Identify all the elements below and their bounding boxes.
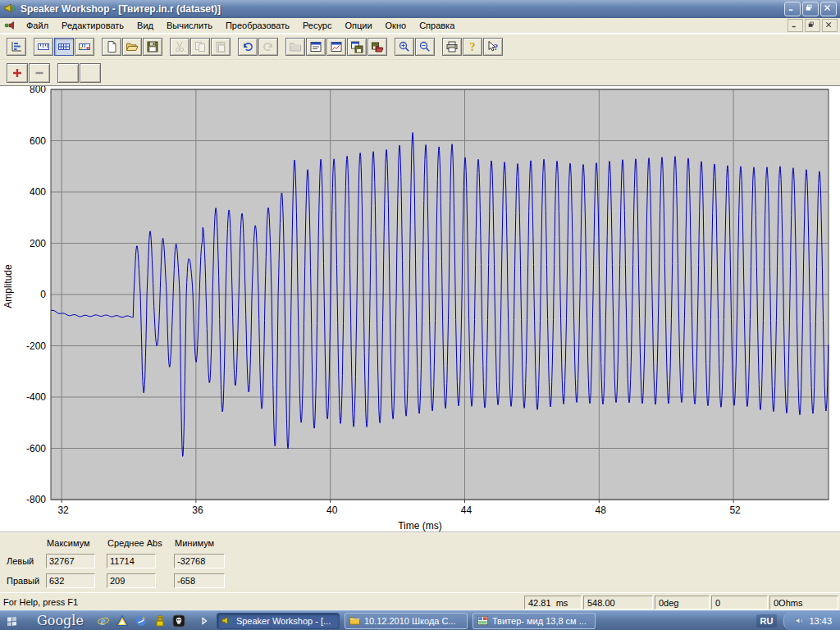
open-folder-icon xyxy=(126,40,139,53)
menu-item-8[interactable]: Окно xyxy=(379,19,413,32)
stats-value: 32767 xyxy=(46,554,95,568)
window-chart-button[interactable] xyxy=(326,38,346,56)
restore-button[interactable] xyxy=(802,2,819,16)
save-window-button[interactable] xyxy=(347,38,367,56)
child-minimize-button[interactable] xyxy=(788,19,803,32)
chevron-right-icon[interactable] xyxy=(198,614,212,628)
zoom-out-button[interactable] xyxy=(415,38,435,56)
taskbar: Google e Speaker Workshop - [...10.12.20… xyxy=(0,610,840,630)
toolbar-group xyxy=(285,38,388,56)
status-message: For Help, press F1 xyxy=(0,597,524,607)
volume-icon[interactable] xyxy=(794,615,805,626)
child-close-button[interactable] xyxy=(822,19,838,32)
context-help-button[interactable]: ? xyxy=(483,38,503,56)
save-button[interactable] xyxy=(143,38,162,56)
clock[interactable]: 13:43 xyxy=(809,616,832,626)
child-restore-button[interactable] xyxy=(805,19,820,32)
save-folder-button[interactable] xyxy=(368,38,387,56)
x-axis-label: Time (ms) xyxy=(398,520,442,532)
secondary-toolbar xyxy=(0,59,840,85)
zoom-in-button[interactable] xyxy=(395,38,414,56)
ruler-grid-button[interactable] xyxy=(54,38,74,56)
y-axis-label: Amplitude xyxy=(2,264,14,308)
undo-icon xyxy=(241,40,254,53)
remove-icon xyxy=(33,66,46,80)
blank-button[interactable] xyxy=(57,63,79,83)
menu-item-3[interactable]: Вид xyxy=(130,19,160,32)
zoom-in-icon xyxy=(398,40,411,53)
task-label: Speaker Workshop - [... xyxy=(236,616,331,626)
folder-icon xyxy=(349,614,361,627)
y-tick-label: 600 xyxy=(30,135,46,147)
menu-item-4[interactable]: Вычислить xyxy=(160,19,219,32)
svg-text:?: ? xyxy=(470,41,476,53)
google-toolbar-logo: Google xyxy=(37,613,84,628)
add-button[interactable] xyxy=(7,63,28,83)
remove-button[interactable] xyxy=(29,63,50,83)
print-button[interactable] xyxy=(442,38,462,56)
robot-icon[interactable] xyxy=(153,614,167,628)
toolbar-group xyxy=(7,38,27,56)
waveform-plot[interactable]: 8006004002000-200-400-600-80032364044485… xyxy=(0,86,840,532)
folder-button xyxy=(285,38,305,56)
y-tick-label: -200 xyxy=(26,340,46,352)
minimize-button[interactable] xyxy=(784,2,801,16)
y-tick-label: -800 xyxy=(26,494,46,505)
x-tick-label: 32 xyxy=(57,504,69,516)
messenger-icon[interactable] xyxy=(135,614,148,628)
task-button-1[interactable]: Speaker Workshop - [... xyxy=(217,613,340,629)
menu-item-2[interactable]: Редактировать xyxy=(55,19,130,32)
language-indicator[interactable]: RU xyxy=(756,614,778,628)
window-notes-button[interactable] xyxy=(306,38,326,56)
window-notes-icon xyxy=(309,40,322,53)
task-button-2[interactable]: 10.12.2010 Шкода С... xyxy=(345,613,468,629)
close-button[interactable] xyxy=(820,2,837,16)
undo-button[interactable] xyxy=(238,38,258,56)
stats-col-header: Максимум xyxy=(47,538,90,548)
toolbar-group xyxy=(102,38,163,56)
status-panel: 0deg xyxy=(655,596,710,609)
triangle-icon[interactable] xyxy=(116,614,130,628)
copy-button xyxy=(190,38,210,56)
levels-button[interactable] xyxy=(7,38,26,56)
help-icon: ? xyxy=(466,40,479,53)
task-button-3[interactable]: Твитер- мид 13,8 см ... xyxy=(472,613,596,629)
new-document-icon xyxy=(105,40,118,53)
stats-value: 11714 xyxy=(107,554,156,568)
toolbar-group xyxy=(34,38,95,56)
ruler-color-button[interactable] xyxy=(75,38,94,56)
y-tick-label: 800 xyxy=(30,86,46,95)
open-folder-button[interactable] xyxy=(122,38,142,56)
menu-item-7[interactable]: Опции xyxy=(338,19,378,32)
dataset-icon[interactable] xyxy=(2,20,16,32)
window-controls xyxy=(783,2,837,16)
redo-icon xyxy=(262,40,275,53)
copy-icon xyxy=(194,40,207,53)
context-help-icon: ? xyxy=(486,40,500,53)
menu-item-5[interactable]: Преобразовать xyxy=(219,19,296,32)
stats-value: 209 xyxy=(107,573,156,588)
windows-flag-icon[interactable] xyxy=(5,614,19,628)
help-button[interactable]: ? xyxy=(463,38,482,56)
x-tick-label: 52 xyxy=(729,504,741,516)
status-panel: 42.81 ms xyxy=(524,596,582,609)
child-window-controls xyxy=(786,19,838,32)
menu-item-1[interactable]: Файл xyxy=(20,19,55,32)
stats-value: -658 xyxy=(174,573,225,588)
svg-text:?: ? xyxy=(494,42,499,52)
paste-button xyxy=(211,38,231,56)
blank xyxy=(62,66,75,80)
blank-button[interactable] xyxy=(80,63,101,83)
speaker-icon xyxy=(221,614,233,627)
x-tick-label: 36 xyxy=(192,504,203,516)
speaker-workshop-window: Speaker Workshop - [Твитер.in.r (dataset… xyxy=(0,0,840,630)
task-label: 10.12.2010 Шкода С... xyxy=(364,616,456,626)
ruler-button[interactable] xyxy=(34,38,53,56)
skull-icon[interactable] xyxy=(172,614,186,628)
new-document-button[interactable] xyxy=(102,38,121,56)
ie-icon[interactable]: e xyxy=(97,614,111,628)
menu-item-9[interactable]: Справка xyxy=(413,19,461,32)
save-folder-icon xyxy=(371,40,384,53)
x-tick-label: 40 xyxy=(326,504,338,516)
menu-item-6[interactable]: Ресурс xyxy=(296,19,338,32)
